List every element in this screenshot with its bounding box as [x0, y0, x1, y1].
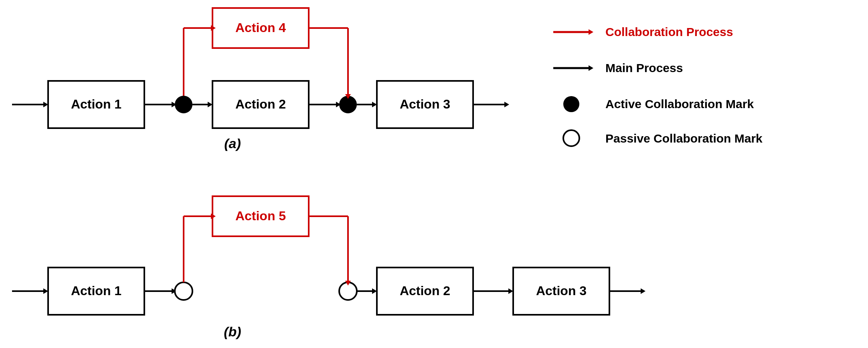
svg-text:(a): (a) — [224, 136, 241, 151]
legend-main-label: Main Process — [605, 61, 683, 74]
svg-point-61 — [563, 130, 579, 146]
svg-text:(b): (b) — [224, 324, 241, 339]
svg-marker-46 — [641, 288, 645, 294]
svg-text:Action 1: Action 1 — [71, 284, 121, 298]
svg-text:Action 3: Action 3 — [400, 97, 450, 111]
legend-collab-label: Collaboration Process — [605, 25, 733, 38]
svg-text:Action 2: Action 2 — [400, 284, 450, 298]
svg-text:Action 1: Action 1 — [71, 97, 121, 111]
svg-marker-59 — [589, 65, 593, 71]
svg-marker-19 — [504, 102, 509, 107]
svg-marker-57 — [589, 29, 593, 35]
svg-text:Action 4: Action 4 — [235, 20, 286, 35]
svg-text:Action 2: Action 2 — [235, 97, 286, 111]
svg-point-60 — [563, 96, 579, 112]
svg-text:Action 3: Action 3 — [536, 284, 587, 298]
legend-active-label: Active Collaboration Mark — [605, 97, 754, 111]
legend-passive-label: Passive Collaboration Mark — [605, 132, 763, 145]
diagram-container: Action 1 Action 2 Action 3 Action 4 — [0, 0, 868, 348]
svg-text:Action 5: Action 5 — [235, 209, 286, 223]
svg-point-6 — [175, 96, 192, 113]
svg-point-35 — [175, 282, 192, 300]
